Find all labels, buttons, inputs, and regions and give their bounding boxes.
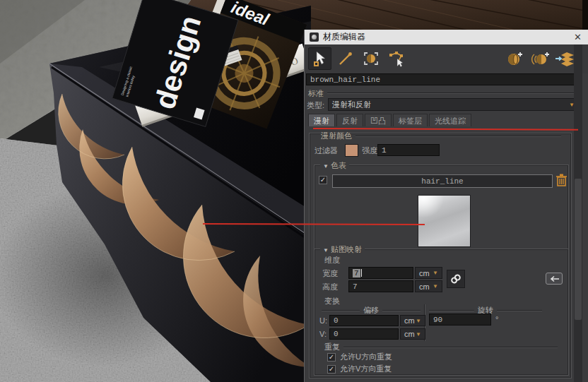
material-name-input[interactable]: brown_hair_line xyxy=(306,73,580,85)
arrow-left-icon xyxy=(548,275,560,282)
add-layered-material-icon xyxy=(530,49,551,68)
filter-color-swatch[interactable] xyxy=(345,144,358,157)
texture-map-name: hair_line xyxy=(421,177,463,186)
chevron-down-icon: ▼ xyxy=(433,270,438,276)
collapse-arrow-icon: ▼ xyxy=(323,163,329,169)
diffuse-color-header: 漫射颜色 xyxy=(321,131,352,141)
close-icon[interactable]: ✕ xyxy=(574,32,582,42)
select-material-button[interactable] xyxy=(359,47,382,70)
offset-v-unit-dropdown[interactable]: cm ▼ xyxy=(400,328,425,340)
height-unit-value: cm xyxy=(419,282,430,291)
tab-bump[interactable]: 凹凸 xyxy=(365,114,392,126)
panel-scrollbar[interactable] xyxy=(574,44,582,382)
check-icon: ✓ xyxy=(320,176,326,184)
offset-u-unit-dropdown[interactable]: cm ▼ xyxy=(400,315,425,326)
reset-size-button[interactable] xyxy=(546,273,563,285)
repeat-header: 重复 xyxy=(324,342,340,352)
intensity-value: 1 xyxy=(382,146,387,155)
material-editor-panel: 材质编辑器 ✕ xyxy=(305,30,588,382)
texture-map-button[interactable]: hair_line xyxy=(332,174,553,188)
rotation-value: 90 xyxy=(433,316,442,324)
lock-aspect-button[interactable] xyxy=(447,270,465,288)
material-type-value: 漫射和反射 xyxy=(332,100,371,110)
check-icon: ✓ xyxy=(329,353,334,361)
panel-toolbar xyxy=(305,44,588,73)
standard-section-label: 标准 xyxy=(308,88,324,99)
chevron-down-icon: ▼ xyxy=(416,331,421,338)
chevron-down-icon: ▼ xyxy=(416,318,421,324)
chevron-down-icon: ▼ xyxy=(433,283,438,290)
map-enabled-checkbox[interactable]: ✓ xyxy=(319,176,327,184)
offset-v-unit-value: cm xyxy=(404,330,415,338)
material-type-dropdown[interactable]: 漫射和反射 ▼ xyxy=(328,98,579,111)
select-objects-by-material-button[interactable] xyxy=(384,47,408,70)
trash-icon[interactable] xyxy=(555,173,568,187)
text-caret xyxy=(361,269,362,277)
material-name-value: brown_hair_line xyxy=(310,76,380,84)
degree-sign: ° xyxy=(495,315,498,323)
height-value: 7 xyxy=(353,282,358,291)
offset-v-value: 0 xyxy=(334,330,339,338)
width-value: 7 xyxy=(353,269,360,277)
color-table-group: ▼色表 ✓ hair_line xyxy=(314,165,569,250)
texture-preview[interactable] xyxy=(418,195,471,247)
repeat-u-row: ✓ 允许U方向重复 xyxy=(327,352,392,362)
check-icon: ✓ xyxy=(329,365,334,373)
diffuse-tab-content: 漫射颜色 过滤器 强度: 1 ▼色表 ✓ hair_line xyxy=(309,133,572,378)
width-unit-dropdown[interactable]: cm ▼ xyxy=(415,267,442,279)
offset-u-label: U: xyxy=(319,316,327,325)
rotation-input[interactable]: 90 xyxy=(429,314,491,326)
material-editor-icon xyxy=(310,32,319,42)
tab-label-layer[interactable]: 标签层 xyxy=(393,114,428,126)
eyedropper-icon xyxy=(337,50,354,67)
offset-u-input[interactable]: 0 xyxy=(329,315,399,326)
tab-reflection[interactable]: 反射 xyxy=(336,114,363,126)
pick-material-button[interactable] xyxy=(334,47,357,70)
repeat-u-label: 允许U方向重复 xyxy=(340,352,392,362)
offset-header: 偏移 xyxy=(363,305,379,316)
texture-mapping-header-label: 贴图映射 xyxy=(331,245,362,253)
height-input[interactable]: 7 xyxy=(348,280,413,292)
type-label: 类型: xyxy=(307,100,324,111)
color-table-header-label: 色表 xyxy=(331,161,346,169)
collapse-arrow-icon: ▼ xyxy=(323,247,329,253)
standard-divider xyxy=(327,92,579,94)
scrollbar-thumb[interactable] xyxy=(575,179,582,320)
tab-raytrace[interactable]: 光线追踪 xyxy=(429,114,471,126)
add-material-icon xyxy=(505,49,525,68)
add-material-button[interactable] xyxy=(503,47,527,70)
material-brackets-icon xyxy=(362,50,380,67)
color-table-header[interactable]: ▼色表 xyxy=(320,160,349,171)
repeat-u-checkbox[interactable]: ✓ xyxy=(327,353,336,362)
screenshot-root: BE YOUR OWN BO ideal design xyxy=(0,0,588,382)
dimensions-label: 维度 xyxy=(324,255,340,265)
offset-v-input[interactable]: 0 xyxy=(329,328,399,340)
add-layered-material-button[interactable] xyxy=(529,47,552,70)
chain-link-icon xyxy=(449,273,462,285)
width-input[interactable]: 7 xyxy=(348,267,413,279)
intensity-input[interactable]: 1 xyxy=(377,144,440,156)
arrow-layers-icon xyxy=(555,49,576,68)
divider xyxy=(355,136,561,137)
width-label: 宽度 xyxy=(322,268,338,279)
texture-mapping-header[interactable]: ▼贴图映射 xyxy=(320,244,365,255)
texture-mapping-group: ▼贴图映射 维度 宽度 7 cm ▼ 高度 7 cm ▼ xyxy=(314,249,569,376)
vertex-select-icon xyxy=(387,50,406,67)
panel-titlebar[interactable]: 材质编辑器 ✕ xyxy=(305,30,588,44)
height-unit-dropdown[interactable]: cm ▼ xyxy=(415,280,442,292)
height-label: 高度 xyxy=(322,282,338,292)
repeat-v-checkbox[interactable]: ✓ xyxy=(327,365,336,374)
width-unit-value: cm xyxy=(419,269,430,277)
repeat-v-row: ✓ 允许V方向重复 xyxy=(327,364,392,374)
tab-bar: 漫射 反射 凹凸 标签层 光线追踪 xyxy=(308,114,471,126)
panel-title: 材质编辑器 xyxy=(323,31,365,43)
divider xyxy=(343,347,558,348)
offset-u-value: 0 xyxy=(334,316,339,325)
cursor-bucket-icon xyxy=(312,50,329,67)
offset-v-label: V: xyxy=(319,330,327,338)
tab-diffuse[interactable]: 漫射 xyxy=(308,114,335,126)
filter-label: 过滤器 xyxy=(314,145,338,156)
offset-u-unit-value: cm xyxy=(404,316,415,325)
apply-material-button[interactable] xyxy=(308,47,331,70)
repeat-v-label: 允许V方向重复 xyxy=(340,364,392,374)
